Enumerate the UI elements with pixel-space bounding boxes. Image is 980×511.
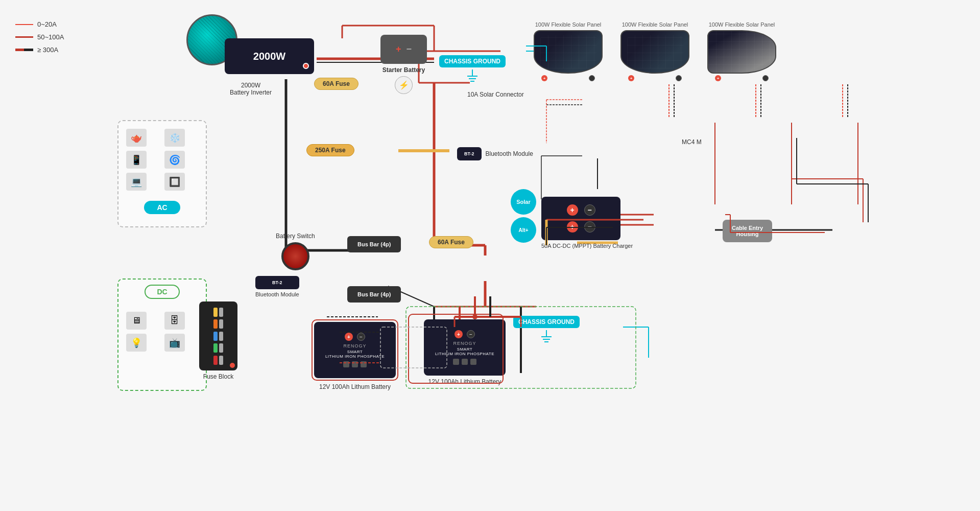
bt-module-top: BT-2 Bluetooth Module: [457, 147, 533, 160]
phone-icon: 📱: [126, 151, 147, 169]
fridge-icon: 🗄: [164, 312, 185, 330]
solar-panel-3-label: 100W Flexible Solar Panel: [707, 21, 776, 28]
legend-label-thin: 0~20A: [37, 20, 57, 28]
fuse-block-label: Fuse Block: [199, 373, 237, 380]
fuse-250a: 250A Fuse: [306, 144, 354, 156]
fuse-60a-mid: 60A Fuse: [429, 236, 473, 248]
batt2-port2: [462, 359, 468, 365]
light-icon: 💡: [126, 334, 147, 352]
ac-icon-grid: 🫖 ❄️ 📱 🌀 💻 🔲: [118, 121, 206, 198]
tv-icon: 📺: [164, 334, 185, 352]
fuse-row-3: [213, 332, 223, 341]
legend-line-thick: [15, 49, 33, 51]
dc-section-box: DC 🖥 🗄 💡 📺: [117, 278, 207, 391]
solar-panel-1: 100W Flexible Solar Panel +: [534, 21, 603, 81]
inverter-box: 2000W: [225, 38, 314, 74]
solar3-grid: [708, 31, 775, 73]
bt-module-bottom: BT-2 Bluetooth Module: [255, 276, 299, 297]
solar1-pos: +: [541, 75, 547, 81]
ac-label: AC: [144, 201, 180, 214]
fuse-block-pos: [230, 363, 235, 368]
solar-panel-3: 100W Flexible Solar Panel +: [707, 21, 776, 81]
solar3-neg: [762, 75, 769, 81]
batt1-pos: +: [345, 333, 353, 341]
kettle-icon: 🫖: [126, 129, 147, 147]
fuse-250a-label: 250A Fuse: [306, 144, 354, 156]
legend: 0~20A 50~100A ≥ 300A: [15, 20, 64, 54]
fuse-block: Fuse Block: [199, 301, 237, 380]
starter-battery-label: Starter Battery: [380, 66, 427, 74]
battery-switch-dial[interactable]: [281, 242, 309, 270]
blender-icon: 🔲: [164, 173, 185, 191]
batt2-pos: +: [455, 330, 463, 338]
bt-module-top-device: BT-2: [457, 147, 482, 160]
batt1-port3: [361, 361, 367, 367]
legend-item-medium: 50~100A: [15, 33, 64, 41]
ac-section-box: 🫖 ❄️ 📱 🌀 💻 🔲 AC: [117, 120, 207, 227]
batt2-port3: [470, 359, 476, 365]
fuse-row-4: [213, 343, 223, 353]
mc4-label: MC4 M: [682, 137, 702, 146]
batt1-brand: RENOGY: [343, 343, 366, 349]
legend-item-thick: ≥ 300A: [15, 46, 64, 54]
legend-label-medium: 50~100A: [37, 33, 64, 41]
solar1-neg: [589, 75, 595, 81]
cable-entry-housing: Cable EntryHousing: [723, 220, 772, 242]
bus-bar-bottom-label: Bus Bar (4p): [347, 286, 401, 303]
laptop-icon: 💻: [126, 173, 147, 191]
chassis-ground-bottom: CHASSIS GROUND: [513, 316, 580, 342]
mppt-neg-terminal: −: [584, 204, 595, 216]
bt-module-top-label: Bluetooth Module: [486, 150, 533, 157]
dc-icon-grid: 🖥 🗄 💡 📺: [118, 304, 206, 359]
legend-item-thin: 0~20A: [15, 20, 64, 28]
solar2-neg: [676, 75, 682, 81]
ground-symbol-bottom: [513, 330, 580, 342]
batt2-type: SMARTLITHIUM IRON PHOSPHATE: [435, 347, 494, 356]
dc-label: DC: [145, 285, 179, 299]
batt2-port: [453, 359, 459, 365]
legend-label-thick: ≥ 300A: [37, 46, 58, 54]
inverter-power: 2000W: [253, 51, 285, 62]
bus-bar-bottom: Bus Bar (4p): [347, 286, 401, 303]
mppt-pos-terminal2: +: [567, 221, 578, 233]
washer-icon: 🌀: [164, 151, 185, 169]
mppt-neg-terminal2: −: [584, 221, 595, 233]
mppt-label: 50A DC-DC (MPPT) Battery Charger: [541, 243, 633, 249]
batt1-port2: [352, 361, 358, 367]
batt2-brand: RENOGY: [453, 341, 476, 346]
lithium-battery-2: + − RENOGY SMARTLITHIUM IRON PHOSPHATE 1…: [424, 319, 506, 385]
monitor-icon: 🖥: [126, 312, 147, 330]
solar2-pos: +: [628, 75, 634, 81]
batt1-type: SMARTLITHIUM IRON PHOSPHATE: [325, 350, 385, 359]
solar3-pos: +: [715, 75, 721, 81]
legend-line-thin: [15, 24, 33, 25]
batt1-port: [343, 361, 349, 367]
lithium-battery-1-label: 12V 100Ah Lithum Battery: [312, 383, 398, 390]
bus-bar-top: Bus Bar (4p): [347, 236, 401, 252]
fuse-row-2: [213, 319, 223, 329]
ground-symbol-top: [439, 69, 506, 82]
battery-switch: Battery Switch: [276, 233, 315, 270]
lithium-battery-2-label: 12V 100Ah Lithium Battery: [424, 378, 506, 385]
svg-point-65: [472, 314, 477, 319]
chassis-ground-top: CHASSIS GROUND: [439, 55, 506, 82]
lithium-battery-1: + − RENOGY SMARTLITHIUM IRON PHOSPHATE 1…: [312, 319, 398, 390]
legend-line-medium: [15, 36, 33, 38]
solar2-grid: [627, 35, 683, 68]
solar-connector-label: 10A Solar Connector: [467, 91, 524, 98]
chassis-ground-bottom-label: CHASSIS GROUND: [513, 316, 580, 328]
bus-bar-top-label: Bus Bar (4p): [347, 236, 401, 252]
fuse-row-5: [213, 356, 223, 365]
starter-battery: + − Starter Battery ⚡: [380, 35, 427, 94]
mppt-pos-terminal: +: [567, 204, 578, 216]
fuse-60a-top: 60A Fuse: [314, 78, 358, 90]
solar-connector: 10A Solar Connector: [467, 91, 524, 98]
fuse-60a-mid-label: 60A Fuse: [429, 236, 473, 248]
fuse-row-1: [213, 308, 223, 317]
solar-badge: Solar: [511, 189, 536, 215]
fuse-60a-top-label: 60A Fuse: [314, 78, 358, 90]
inverter-label: 2000WBattery Inverter: [230, 82, 272, 96]
cable-entry-box: Cable EntryHousing: [723, 220, 772, 242]
bt-module-bottom-device: BT-2: [255, 276, 299, 289]
solar-badge-label: Solar: [511, 189, 536, 215]
